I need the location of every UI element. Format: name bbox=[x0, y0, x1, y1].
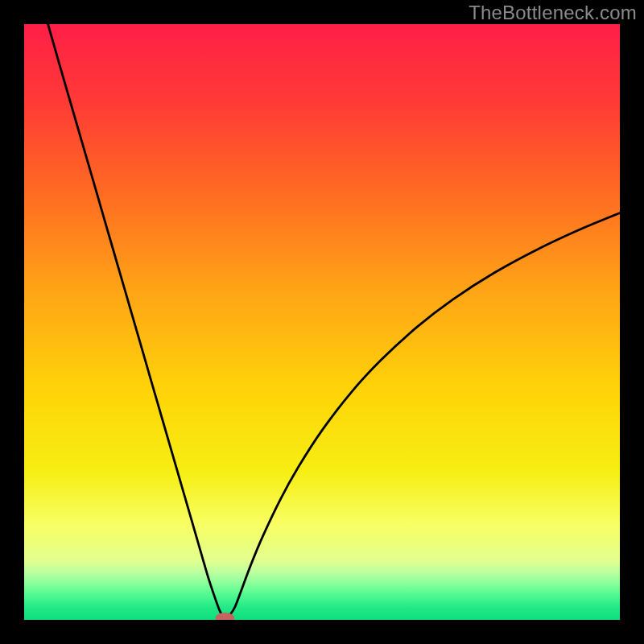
chart-frame: TheBottleneck.com bbox=[0, 0, 644, 644]
plot-background bbox=[24, 24, 620, 620]
watermark-text: TheBottleneck.com bbox=[469, 2, 637, 24]
chart-plot bbox=[24, 24, 620, 620]
chart-svg bbox=[24, 24, 620, 620]
